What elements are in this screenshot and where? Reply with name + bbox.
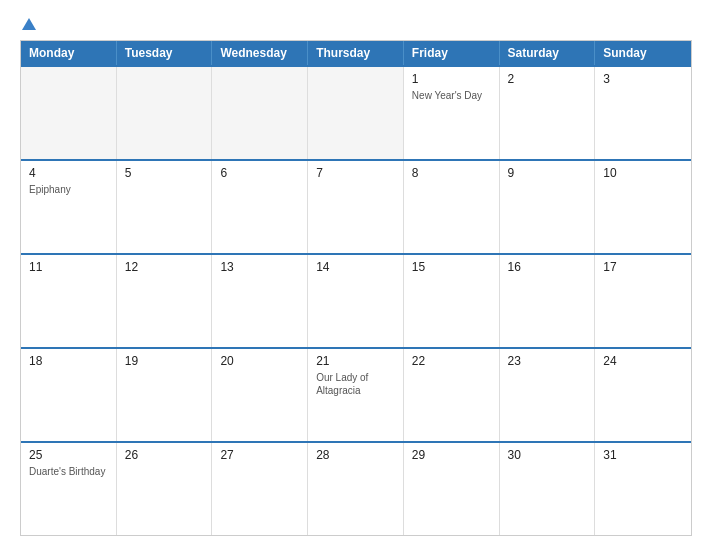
day-number: 10 bbox=[603, 166, 683, 180]
header-day-thursday: Thursday bbox=[308, 41, 404, 65]
day-number: 3 bbox=[603, 72, 683, 86]
calendar-cell: 19 bbox=[117, 349, 213, 441]
day-number: 19 bbox=[125, 354, 204, 368]
calendar: MondayTuesdayWednesdayThursdayFridaySatu… bbox=[20, 40, 692, 536]
day-number: 9 bbox=[508, 166, 587, 180]
calendar-cell bbox=[21, 67, 117, 159]
holiday-label: New Year's Day bbox=[412, 90, 482, 101]
day-number: 6 bbox=[220, 166, 299, 180]
header-day-monday: Monday bbox=[21, 41, 117, 65]
day-number: 8 bbox=[412, 166, 491, 180]
calendar-cell: 10 bbox=[595, 161, 691, 253]
day-number: 20 bbox=[220, 354, 299, 368]
day-number: 5 bbox=[125, 166, 204, 180]
calendar-cell bbox=[308, 67, 404, 159]
header-day-saturday: Saturday bbox=[500, 41, 596, 65]
day-number: 16 bbox=[508, 260, 587, 274]
calendar-cell: 1New Year's Day bbox=[404, 67, 500, 159]
calendar-week-3: 11121314151617 bbox=[21, 253, 691, 347]
day-number: 11 bbox=[29, 260, 108, 274]
calendar-cell: 24 bbox=[595, 349, 691, 441]
calendar-header: MondayTuesdayWednesdayThursdayFridaySatu… bbox=[21, 41, 691, 65]
calendar-cell bbox=[117, 67, 213, 159]
day-number: 14 bbox=[316, 260, 395, 274]
day-number: 2 bbox=[508, 72, 587, 86]
calendar-cell: 20 bbox=[212, 349, 308, 441]
calendar-cell: 13 bbox=[212, 255, 308, 347]
logo bbox=[20, 18, 36, 30]
day-number: 25 bbox=[29, 448, 108, 462]
day-number: 13 bbox=[220, 260, 299, 274]
holiday-label: Epiphany bbox=[29, 184, 71, 195]
calendar-cell: 28 bbox=[308, 443, 404, 535]
day-number: 30 bbox=[508, 448, 587, 462]
calendar-cell: 12 bbox=[117, 255, 213, 347]
calendar-cell: 31 bbox=[595, 443, 691, 535]
calendar-week-2: 4Epiphany5678910 bbox=[21, 159, 691, 253]
day-number: 24 bbox=[603, 354, 683, 368]
day-number: 17 bbox=[603, 260, 683, 274]
calendar-cell: 6 bbox=[212, 161, 308, 253]
day-number: 4 bbox=[29, 166, 108, 180]
calendar-cell: 3 bbox=[595, 67, 691, 159]
calendar-cell: 11 bbox=[21, 255, 117, 347]
calendar-cell: 23 bbox=[500, 349, 596, 441]
calendar-cell: 27 bbox=[212, 443, 308, 535]
calendar-cell: 29 bbox=[404, 443, 500, 535]
day-number: 27 bbox=[220, 448, 299, 462]
calendar-cell bbox=[212, 67, 308, 159]
header-day-wednesday: Wednesday bbox=[212, 41, 308, 65]
calendar-cell: 17 bbox=[595, 255, 691, 347]
calendar-cell: 22 bbox=[404, 349, 500, 441]
day-number: 28 bbox=[316, 448, 395, 462]
day-number: 12 bbox=[125, 260, 204, 274]
calendar-cell: 2 bbox=[500, 67, 596, 159]
calendar-week-1: 1New Year's Day23 bbox=[21, 65, 691, 159]
calendar-cell: 9 bbox=[500, 161, 596, 253]
header bbox=[20, 18, 692, 30]
day-number: 1 bbox=[412, 72, 491, 86]
day-number: 29 bbox=[412, 448, 491, 462]
calendar-cell: 8 bbox=[404, 161, 500, 253]
header-day-sunday: Sunday bbox=[595, 41, 691, 65]
day-number: 22 bbox=[412, 354, 491, 368]
calendar-cell: 25Duarte's Birthday bbox=[21, 443, 117, 535]
calendar-cell: 5 bbox=[117, 161, 213, 253]
calendar-week-5: 25Duarte's Birthday262728293031 bbox=[21, 441, 691, 535]
day-number: 15 bbox=[412, 260, 491, 274]
calendar-body: 1New Year's Day234Epiphany56789101112131… bbox=[21, 65, 691, 535]
day-number: 21 bbox=[316, 354, 395, 368]
header-day-tuesday: Tuesday bbox=[117, 41, 213, 65]
calendar-cell: 21Our Lady of Altagracia bbox=[308, 349, 404, 441]
calendar-page: MondayTuesdayWednesdayThursdayFridaySatu… bbox=[0, 0, 712, 550]
day-number: 18 bbox=[29, 354, 108, 368]
day-number: 7 bbox=[316, 166, 395, 180]
logo-triangle-icon bbox=[22, 18, 36, 30]
calendar-cell: 16 bbox=[500, 255, 596, 347]
calendar-week-4: 18192021Our Lady of Altagracia222324 bbox=[21, 347, 691, 441]
day-number: 26 bbox=[125, 448, 204, 462]
holiday-label: Duarte's Birthday bbox=[29, 466, 105, 477]
calendar-cell: 7 bbox=[308, 161, 404, 253]
calendar-cell: 30 bbox=[500, 443, 596, 535]
day-number: 23 bbox=[508, 354, 587, 368]
header-day-friday: Friday bbox=[404, 41, 500, 65]
calendar-cell: 18 bbox=[21, 349, 117, 441]
calendar-cell: 26 bbox=[117, 443, 213, 535]
calendar-cell: 14 bbox=[308, 255, 404, 347]
calendar-cell: 15 bbox=[404, 255, 500, 347]
day-number: 31 bbox=[603, 448, 683, 462]
holiday-label: Our Lady of Altagracia bbox=[316, 372, 368, 396]
calendar-cell: 4Epiphany bbox=[21, 161, 117, 253]
